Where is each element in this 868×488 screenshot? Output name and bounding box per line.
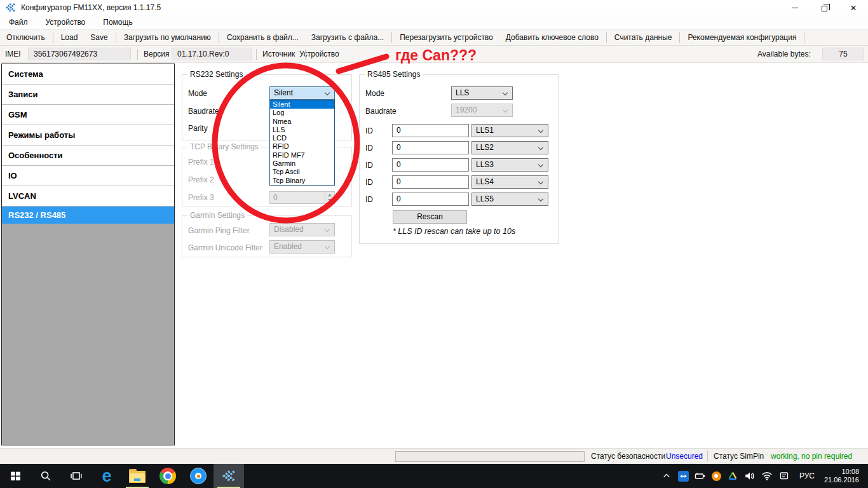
security-status-value: Unsecured [666,452,703,461]
toolbar-separator [219,32,219,43]
imei-value: 356173067492673 [28,48,131,60]
minimize-button[interactable] [780,0,810,15]
title-bar: Конфигуратор FM11XX, версия 1.1.17.5 × [0,0,868,15]
spinner-up-icon[interactable] [328,194,332,196]
dropdown-option-nmea[interactable]: Nmea [270,118,334,126]
sidebar-item-lvcan[interactable]: LVCAN [2,186,174,207]
dropdown-option-garmin[interactable]: Garmin [270,159,334,168]
spinner-down-icon[interactable] [328,199,332,201]
rs232-settings-title: RS232 Settings [187,70,245,79]
lls1-combobox[interactable]: LLS1 [471,124,548,137]
source-label: Источник [262,50,295,58]
language-indicator[interactable]: РУС [796,471,818,480]
garmin-unicode-filter-label: Garmin Unicode Filter [188,243,262,252]
load-from-file-button[interactable]: Загрузить с файла... [305,30,390,46]
dropdown-option-rfid[interactable]: RFID [270,142,334,151]
dropdown-option-lls[interactable]: LLS [270,126,334,134]
menu-help[interactable]: Помощь [94,15,141,30]
prefix1-label: Prefix 1 [188,158,214,166]
volume-tray-icon[interactable] [744,470,756,482]
dropdown-option-lcd[interactable]: LCD [270,134,334,142]
wifi-tray-icon[interactable] [761,470,773,482]
load-defaults-button[interactable]: Загрузить по умолчанию [118,30,217,46]
restore-button[interactable] [810,0,839,15]
prefix3-spinner[interactable]: 0 [269,191,335,204]
rs232-parity-label: Parity [188,124,208,133]
file-explorer-button[interactable] [122,464,153,488]
sidebar-item-features[interactable]: Особенности [2,146,174,166]
status-bar: Статус безопасности Unsecured Статус Sim… [0,448,868,464]
recommended-config-button[interactable]: Рекомендуемая конфигурация [681,30,803,46]
lls1-value: LLS1 [476,126,494,135]
prefix3-label: Prefix 3 [188,193,214,202]
read-data-button[interactable]: Считать данные [608,30,679,46]
dropdown-option-tcp-ascii[interactable]: Tcp Ascii [270,168,334,176]
garmin-unicode-filter-value: Enabled [274,242,302,251]
clock-time: 10:08 [824,468,859,476]
id2-label: ID [365,144,373,152]
lls3-combobox[interactable]: LLS3 [471,158,548,172]
google-drive-tray-icon[interactable] [727,470,738,482]
search-button[interactable] [31,464,61,488]
edge-button[interactable]: e [92,464,122,488]
sidebar-item-modes[interactable]: Режимы работы [2,125,174,146]
screen: Конфигуратор FM11XX, версия 1.1.17.5 × Ф… [0,0,868,488]
infobar-separator [137,49,138,60]
rs485-mode-combobox[interactable]: LLS [451,86,513,100]
sidebar-item-io[interactable]: IO [2,166,174,186]
disconnect-button[interactable]: Отключить [0,30,51,46]
id4-input[interactable]: 0 [392,175,469,189]
compass-app-icon [190,468,207,484]
toolbar-separator [116,32,116,43]
task-view-icon [71,470,82,482]
menu-device[interactable]: Устройство [37,15,95,30]
teamviewer-tray-icon[interactable] [678,471,689,482]
dropdown-option-rfid-mf7[interactable]: RFID MF7 [270,151,334,159]
start-button[interactable] [0,464,31,488]
tray-expand-button[interactable] [661,470,672,482]
dropdown-option-tcp-binary[interactable]: Tcp Binary [270,177,334,185]
rs232-mode-combobox[interactable]: Silent [269,86,335,100]
lls4-combobox[interactable]: LLS4 [471,175,548,189]
windows-logo-icon [10,471,21,482]
id5-input[interactable]: 0 [392,193,469,206]
dropdown-option-silent[interactable]: Silent [270,100,334,109]
teltonika-logo-icon [222,469,236,483]
id2-input[interactable]: 0 [392,141,469,154]
task-view-button[interactable] [61,464,92,488]
sidebar-item-system[interactable]: Система [2,64,174,85]
load-button[interactable]: Load [55,30,85,46]
sidebar-item-records[interactable]: Записи [2,85,174,105]
rescan-button[interactable]: Rescan [393,210,467,224]
save-to-file-button[interactable]: Сохранить в файл... [220,30,305,46]
add-keyword-button[interactable]: Добавить ключевое слово [499,30,605,46]
clock[interactable]: 10:08 21.06.2016 [824,468,862,484]
chevron-down-icon [538,162,543,167]
id1-input[interactable]: 0 [392,124,469,137]
lls5-combobox[interactable]: LLS5 [471,193,548,206]
orange-app-tray-icon[interactable] [712,471,721,481]
chrome-button[interactable] [153,464,183,488]
lls2-combobox[interactable]: LLS2 [471,141,548,154]
minimize-icon [792,8,798,8]
sidebar-item-gsm[interactable]: GSM [2,105,174,125]
id3-input[interactable]: 0 [392,158,469,172]
dropdown-option-log[interactable]: Log [270,109,334,117]
compass-app-button[interactable] [183,464,214,488]
sidebar-item-rs232-rs485[interactable]: RS232 / RS485 [2,207,174,224]
chevron-down-icon [325,244,330,249]
menu-bar: Файл Устройство Помощь [0,15,868,30]
action-center-icon[interactable] [778,470,790,482]
battery-tray-icon[interactable] [695,470,706,482]
menu-file[interactable]: Файл [0,15,37,30]
infobar-separator [305,49,306,60]
reboot-device-button[interactable]: Перезагрузить устройство [393,30,499,46]
chevron-up-icon [662,471,671,480]
id3-label: ID [365,161,373,170]
security-status-label: Статус безопасности [591,452,665,461]
close-button[interactable]: × [839,0,868,15]
chevron-down-icon [503,90,508,95]
configurator-app-button[interactable] [214,464,244,488]
lls2-value: LLS2 [476,143,494,152]
save-button[interactable]: Save [84,30,114,46]
